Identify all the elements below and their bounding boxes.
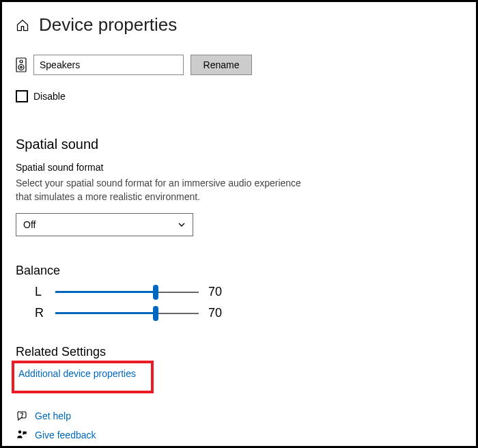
balance-heading: Balance [16,264,462,278]
highlight-annotation: Additional device properties [12,361,154,393]
additional-device-properties-link[interactable]: Additional device properties [18,368,136,379]
balance-right-value: 70 [208,306,222,320]
svg-point-4 [22,417,23,418]
page-title: Device properties [39,14,177,36]
disable-checkbox[interactable] [16,90,28,102]
disable-checkbox-row: Disable [16,90,462,102]
balance-left-label: L [35,285,46,299]
page-header: Device properties [16,14,462,36]
device-name-row: Rename [16,55,462,75]
rename-button[interactable]: Rename [191,55,252,75]
related-settings-section: Related Settings Additional device prope… [16,345,462,393]
balance-section: Balance L 70 R 70 [16,264,462,320]
balance-right-label: R [35,306,46,320]
balance-left-slider[interactable] [55,285,199,299]
spatial-format-description: Select your spatial sound format for an … [16,177,316,204]
spatial-sound-heading: Spatial sound [16,137,462,152]
feedback-icon [16,429,28,441]
balance-right-row: R 70 [16,306,462,320]
give-feedback-link[interactable]: Give feedback [35,430,96,440]
device-properties-window: Device properties Rename Disable Spatial… [0,0,478,448]
balance-left-row: L 70 [16,285,462,299]
get-help-link[interactable]: Get help [35,410,71,421]
device-name-input[interactable] [33,55,184,75]
chevron-down-icon [178,221,186,229]
home-icon[interactable] [16,18,29,32]
svg-point-2 [18,65,24,70]
balance-right-slider[interactable] [55,307,199,320]
spatial-format-value: Off [23,219,36,230]
svg-point-3 [20,66,23,68]
speaker-icon [16,57,27,72]
give-feedback-row: Give feedback [16,429,462,441]
disable-label: Disable [33,91,66,102]
get-help-row: Get help [16,410,462,422]
spatial-sound-section: Spatial sound Spatial sound format Selec… [16,137,462,236]
spatial-format-dropdown[interactable]: Off [16,213,193,236]
related-settings-heading: Related Settings [16,345,462,359]
spatial-format-label: Spatial sound format [16,162,462,173]
svg-point-1 [20,60,23,63]
balance-left-value: 70 [208,285,222,299]
help-icon [16,410,28,422]
svg-point-5 [18,430,22,434]
